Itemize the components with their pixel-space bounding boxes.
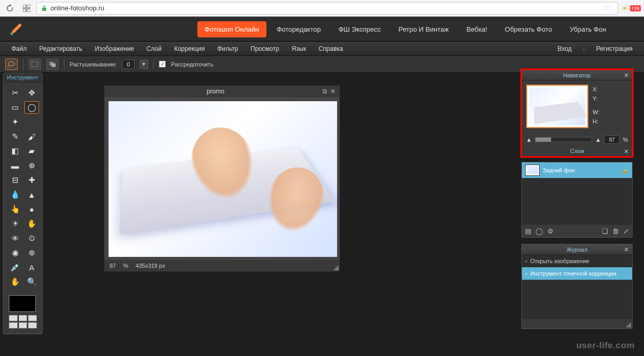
history-icon: ▫ (525, 258, 527, 264)
close-icon[interactable]: ✕ (330, 88, 336, 95)
nav-фоторедактор[interactable]: Фоторедактор (270, 21, 328, 37)
tool-pinch[interactable]: ⊛ (24, 247, 39, 259)
tool-wand[interactable]: ✦ (8, 116, 22, 128)
tool-brush[interactable]: 🖌 (24, 130, 39, 143)
spread-checkbox[interactable]: ✓ (159, 61, 166, 67)
tool-crop[interactable]: ✂ (8, 87, 22, 99)
menu-слой[interactable]: Слой (140, 45, 168, 52)
navigator-zoom-value[interactable]: 87 (604, 135, 620, 144)
canvas-window: promo ⧉ ✕ 87 % 435x319 px (104, 85, 340, 272)
history-icon: ▫ (525, 270, 527, 277)
navigator-info: X: Y: W: H: (593, 85, 599, 128)
menu-изображение[interactable]: Изображение (88, 45, 140, 52)
tool-marquee[interactable]: ▭ (8, 101, 22, 114)
layers-close-icon[interactable]: ✕ (624, 148, 629, 155)
tool-blur[interactable]: 💧 (8, 188, 22, 201)
tool-burn[interactable]: ✋ (24, 217, 39, 230)
svg-rect-7 (32, 62, 38, 67)
history-item[interactable]: ▫Инструмент точечной коррекции (522, 267, 632, 280)
menu-редактировать[interactable]: Редактировать (33, 45, 89, 52)
maximize-icon[interactable]: ⧉ (323, 88, 327, 95)
history-panel: Журнал ✕ ▫Открыть изображение▫Инструмент… (521, 244, 633, 329)
tool-lasso[interactable]: ◯ (24, 101, 39, 114)
delete-layer-icon[interactable]: 🗑 (612, 227, 619, 235)
workspace: Инструмент ✂✥▭◯✦✎🖌◧▰▬⊕⊟✚💧▲👆●☀✋👁⊙◉⊛💉A✋🔍 p… (0, 73, 644, 356)
zoom-slider[interactable] (535, 137, 592, 142)
nav-обрезать-фото[interactable]: Обрезать Фото (498, 21, 559, 37)
history-resize-grip[interactable] (626, 322, 631, 327)
history-close-icon[interactable]: ✕ (624, 246, 629, 253)
menu-справка[interactable]: Справка (312, 45, 349, 52)
tool-redeye[interactable]: 👁 (8, 232, 22, 244)
menu-коррекция[interactable]: Коррекция (168, 45, 211, 52)
tool-bloat[interactable]: ◉ (8, 247, 22, 259)
tool-hand[interactable]: ✋ (8, 276, 22, 288)
history-item[interactable]: ▫Открыть изображение (522, 255, 632, 267)
tool-zoom[interactable]: 🔍 (24, 276, 39, 288)
tool-heal[interactable]: ✚ (24, 174, 39, 186)
navigator-thumbnail[interactable] (526, 85, 588, 128)
zoom-out-icon[interactable]: ▲ (526, 136, 532, 143)
nav-вебка![interactable]: Вебка! (459, 21, 494, 37)
tool-gradient[interactable]: ▬ (8, 159, 22, 172)
login-link[interactable]: Вход (552, 45, 578, 52)
foreground-color[interactable] (9, 295, 36, 312)
zoom-pct: % (123, 263, 128, 269)
menu-фильтр[interactable]: Фильтр (211, 45, 244, 52)
resize-grip[interactable] (333, 265, 339, 270)
history-label: Открыть изображение (530, 258, 589, 264)
canvas-image[interactable] (109, 101, 337, 257)
tool-type[interactable]: A (24, 261, 39, 273)
refresh-button[interactable] (3, 2, 17, 15)
lock-icon: 🔒 (622, 167, 629, 174)
tool-smudge[interactable]: 👆 (8, 203, 22, 215)
tool-move[interactable]: ✥ (24, 87, 39, 99)
canvas-dimensions: 435x319 px (136, 263, 165, 269)
zoom-in-icon[interactable]: ▲ (595, 136, 601, 143)
lock-icon (41, 5, 47, 11)
nav-убрать-фон[interactable]: Убрать Фон (562, 21, 613, 37)
new-layer-icon[interactable]: ▤ (525, 227, 531, 235)
apps-button[interactable] (20, 2, 33, 15)
menu-просмотр[interactable]: Просмотр (245, 45, 286, 52)
nav-фотошоп-онлайн[interactable]: Фотошоп Онлайн (197, 21, 266, 37)
tool-sponge[interactable]: ● (24, 203, 39, 215)
favorite-icon[interactable]: ♡ (604, 4, 610, 12)
navigator-close-icon[interactable]: ✕ (624, 72, 629, 79)
svg-rect-1 (27, 5, 30, 8)
duplicate-icon[interactable]: ❏ (602, 227, 608, 235)
tool-paint[interactable]: ▰ (24, 145, 39, 157)
mask-icon[interactable]: ◯ (535, 227, 543, 235)
expand-icon[interactable]: ⤢ (623, 227, 629, 235)
tool-eraser[interactable]: ◧ (8, 145, 22, 157)
feather-value[interactable]: 0 (122, 60, 135, 69)
menu-язык[interactable]: Язык (285, 45, 312, 52)
feather-dropdown[interactable]: ▾ (140, 60, 148, 69)
layers-tab-header: Слои ✕ (522, 147, 632, 156)
nav-фш-экспресс[interactable]: ФШ Экспресс (331, 21, 388, 37)
register-link[interactable]: Регистрация (590, 45, 639, 52)
layer-row[interactable]: Задний фон🔒 (522, 162, 632, 178)
swatch-grid[interactable] (9, 315, 37, 328)
tool-dodge[interactable]: ☀ (8, 217, 22, 230)
tool-stamp[interactable]: ⊟ (8, 174, 22, 186)
fx-icon[interactable]: ⚙ (547, 227, 554, 235)
history-label: Инструмент точечной коррекции (530, 270, 616, 277)
tool-pencil[interactable]: ✎ (8, 130, 22, 143)
canvas-titlebar[interactable]: promo ⧉ ✕ (104, 86, 340, 97)
extension-badge[interactable]: ☀+16 (621, 4, 641, 12)
site-logo[interactable] (7, 21, 23, 37)
tool-clone[interactable]: ⊕ (24, 159, 39, 172)
tool-blank1[interactable] (24, 116, 39, 128)
tool-spot[interactable]: ⊙ (24, 232, 39, 244)
svg-point-6 (8, 62, 15, 66)
tool-picker[interactable]: 💉 (8, 261, 22, 273)
menu-файл[interactable]: Файл (5, 45, 33, 52)
nav-ретро-и-винтаж[interactable]: Ретро И Винтаж (391, 21, 456, 37)
browser-bar: online-fotoshop.ru ♡ ☀+16 (0, 0, 644, 17)
tool-sharpen[interactable]: ▲ (24, 188, 39, 201)
selection-mode-add[interactable] (46, 59, 59, 70)
url-bar[interactable]: online-fotoshop.ru ♡ (36, 2, 618, 15)
selection-mode-new[interactable] (29, 59, 41, 70)
menu-bar: ФайлРедактироватьИзображениеСлойКоррекци… (0, 42, 644, 56)
